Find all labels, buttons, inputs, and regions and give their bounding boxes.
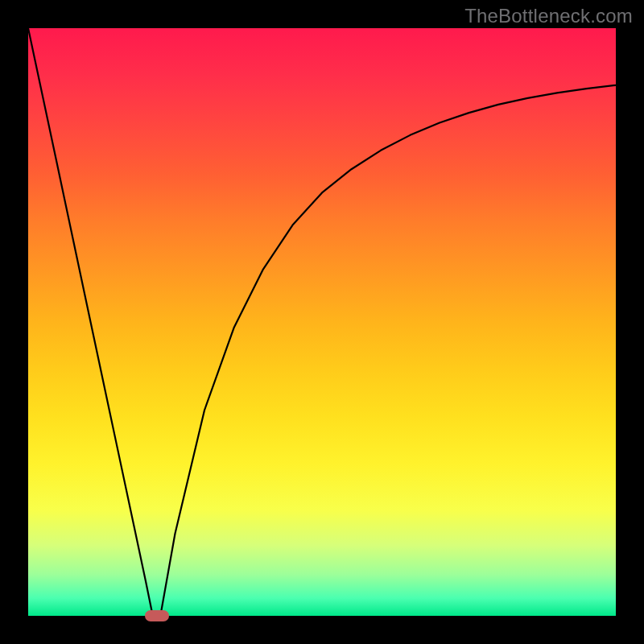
bottleneck-curve bbox=[28, 28, 616, 616]
optimal-point-marker bbox=[145, 610, 169, 621]
chart-frame: TheBottleneck.com bbox=[0, 0, 644, 644]
watermark-text: TheBottleneck.com bbox=[464, 5, 633, 27]
plot-area bbox=[28, 28, 616, 616]
